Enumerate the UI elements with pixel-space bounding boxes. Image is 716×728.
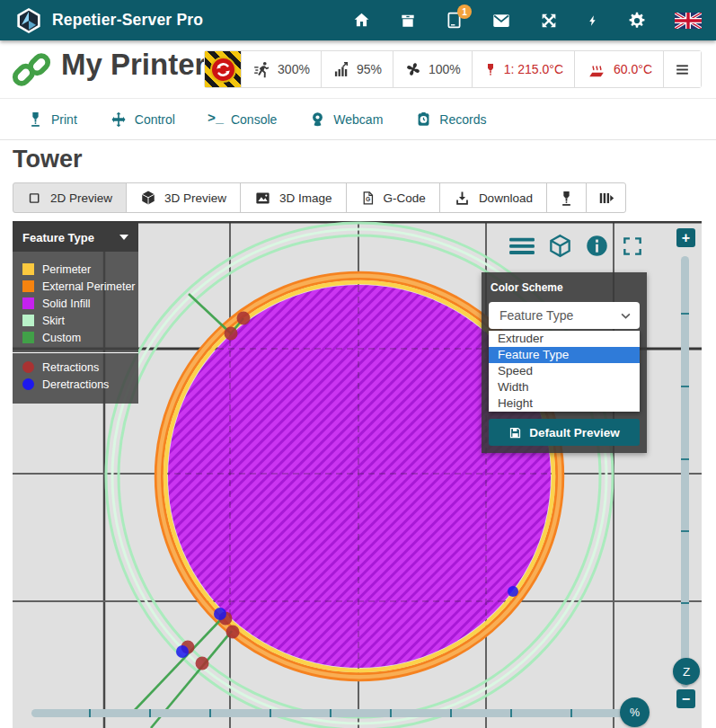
- 2d-preview-button[interactable]: 2D Preview: [13, 182, 127, 213]
- uk-flag-icon[interactable]: [675, 13, 702, 29]
- emergency-stop-button[interactable]: [205, 51, 241, 87]
- top-navbar: Repetier-Server Pro 1: [0, 0, 716, 40]
- tab-label: Control: [135, 112, 175, 127]
- envelope-icon[interactable]: [491, 11, 511, 31]
- storage-box-icon[interactable]: [399, 12, 417, 30]
- image-icon: [254, 190, 271, 207]
- slider-tick: [330, 709, 331, 717]
- extruder-view-button[interactable]: [546, 182, 587, 213]
- app-title: Repetier-Server Pro: [52, 11, 203, 30]
- legend-swatch: [22, 378, 34, 390]
- tab-console[interactable]: >_ Console: [208, 111, 277, 127]
- terminal-icon: >_: [208, 111, 224, 127]
- tablet-icon[interactable]: 1: [445, 11, 464, 30]
- button-label: Default Preview: [529, 426, 620, 439]
- legend-label: Perimeter: [42, 263, 91, 276]
- cube-icon: [140, 190, 156, 206]
- legend-label: Solid Infill: [42, 297, 91, 310]
- legend-item: Perimeter: [13, 261, 138, 278]
- legend-swatch: [22, 263, 34, 275]
- move-arrows-icon: [110, 111, 128, 129]
- fullscreen-icon[interactable]: [621, 235, 644, 258]
- legend-swatch: [22, 315, 34, 326]
- info-icon[interactable]: [585, 234, 609, 258]
- extruder-icon: [483, 62, 498, 76]
- printer-menu-button[interactable]: [663, 51, 701, 87]
- slider-tick: [681, 530, 689, 532]
- expand-arrows-icon[interactable]: [539, 11, 559, 31]
- progress-slider-track[interactable]: [31, 709, 648, 717]
- gcode-2d-preview[interactable]: Feature Type PerimeterExternal Perimeter…: [13, 221, 702, 728]
- gcode-button[interactable]: G G-Code: [346, 182, 440, 213]
- option-extruder[interactable]: Extruder: [489, 331, 640, 347]
- download-button[interactable]: Download: [439, 182, 547, 213]
- slider-tick: [270, 709, 271, 717]
- legend-label: Deretractions: [42, 378, 109, 391]
- 3d-image-button[interactable]: 3D Image: [240, 182, 347, 213]
- legend-swatch: [22, 332, 34, 343]
- flow-value: 95%: [357, 62, 382, 76]
- slider-tick: [89, 709, 91, 717]
- extruder-icon: [27, 111, 44, 128]
- bed-temp-status[interactable]: 60.0°C: [574, 51, 663, 87]
- tab-print[interactable]: Print: [27, 111, 77, 128]
- legend-title: Feature Type: [22, 231, 94, 244]
- slider-tick: [209, 709, 211, 717]
- 3d-preview-button[interactable]: 3D Preview: [126, 182, 241, 213]
- color-scheme-options: ExtruderFeature TypeSpeedWidthHeight: [489, 331, 640, 412]
- layer-slider-track[interactable]: [681, 256, 689, 688]
- tab-records[interactable]: Records: [415, 111, 486, 128]
- percent-handle[interactable]: %: [620, 697, 650, 727]
- preview-toolbar: [508, 233, 644, 259]
- tab-control[interactable]: Control: [110, 111, 175, 129]
- slider-tick: [149, 709, 151, 717]
- tab-label: Records: [439, 112, 486, 127]
- slider-tick: [681, 386, 689, 387]
- home-icon[interactable]: [352, 11, 371, 30]
- tab-label: Console: [231, 112, 277, 127]
- legend-label: Custom: [42, 332, 81, 344]
- legend-label: External Perimeter: [42, 280, 136, 293]
- selected-option: Feature Type: [499, 308, 573, 323]
- save-icon: [508, 426, 522, 439]
- speed-status[interactable]: 300%: [241, 51, 321, 87]
- option-speed[interactable]: Speed: [489, 363, 640, 379]
- speed-icon: [252, 60, 271, 79]
- legend-item: Custom: [13, 329, 138, 346]
- tab-webcam[interactable]: Webcam: [309, 111, 383, 128]
- zoom-out-button[interactable]: −: [676, 689, 695, 708]
- button-label: G-Code: [384, 191, 426, 205]
- zoom-in-button[interactable]: +: [676, 228, 695, 247]
- color-scheme-select[interactable]: Feature Type: [489, 302, 640, 329]
- fan-status[interactable]: 100%: [393, 51, 472, 87]
- button-label: 3D Preview: [164, 191, 226, 205]
- printer-link-icon: [11, 49, 52, 91]
- button-label: 2D Preview: [50, 191, 112, 205]
- gear-icon[interactable]: [627, 11, 647, 31]
- layer-range-button[interactable]: [586, 182, 626, 213]
- option-width[interactable]: Width: [489, 379, 640, 395]
- option-height[interactable]: Height: [489, 395, 640, 412]
- lightning-icon[interactable]: [587, 14, 599, 27]
- z-layer-handle[interactable]: Z: [673, 658, 700, 685]
- webcam-icon: [309, 111, 326, 128]
- fan-value: 100%: [429, 62, 461, 76]
- gcode-file-icon: G: [360, 191, 376, 206]
- legend-header[interactable]: Feature Type: [13, 223, 138, 252]
- legend-item: Retractions: [13, 359, 138, 376]
- job-title: Tower: [13, 146, 83, 173]
- heated-bed-icon: [586, 58, 607, 80]
- option-feature-type[interactable]: Feature Type: [489, 347, 640, 363]
- preview-legend: Feature Type PerimeterExternal Perimeter…: [13, 223, 138, 404]
- emergency-stop-icon: [210, 57, 236, 83]
- flow-status[interactable]: 95%: [321, 51, 393, 87]
- extruder-temp-status[interactable]: 1: 215.0°C: [472, 51, 574, 87]
- cube-wireframe-icon[interactable]: [547, 233, 573, 259]
- square-outline-icon: [27, 191, 42, 206]
- menu-icon[interactable]: [508, 235, 535, 258]
- slider-tick: [450, 709, 452, 717]
- notification-badge: 1: [457, 4, 472, 19]
- svg-text:G: G: [366, 196, 370, 202]
- default-preview-button[interactable]: Default Preview: [489, 419, 640, 446]
- printer-status-bar: 300% 95% 100% 1: 215.0°C 60.0°C: [204, 50, 702, 88]
